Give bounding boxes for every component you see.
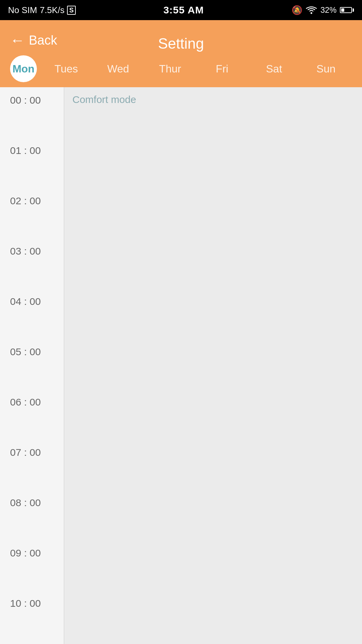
- time-slot-0400: 04 : 00: [0, 292, 64, 342]
- speed-label: 7.5K/s: [40, 5, 65, 15]
- back-label: Back: [29, 33, 57, 48]
- time-slot-0800: 08 : 00: [0, 493, 64, 543]
- day-tab-thur-label: Thur: [159, 63, 181, 75]
- day-tab-tues-label: Tues: [55, 63, 78, 75]
- battery-icon: [340, 7, 354, 13]
- day-tab-sun[interactable]: Sun: [300, 55, 352, 82]
- status-left: No SIM 7.5K/s S: [8, 5, 76, 15]
- status-right: 🔕 32%: [292, 5, 354, 15]
- time-slot-0200: 02 : 00: [0, 191, 64, 241]
- day-tab-wed-label: Wed: [107, 63, 129, 75]
- back-button[interactable]: ← Back: [10, 33, 57, 48]
- schedule-column[interactable]: Comfort mode: [64, 87, 362, 644]
- alarm-off-icon: 🔕: [292, 5, 302, 15]
- status-bar: No SIM 7.5K/s S 3:55 AM 🔕 32%: [0, 0, 362, 20]
- time-slot-1000: 10 : 00: [0, 594, 64, 644]
- time-slot-0000: 00 : 00: [0, 91, 64, 141]
- time-slot-0300: 03 : 00: [0, 241, 64, 292]
- time-slot-0100: 01 : 00: [0, 141, 64, 191]
- day-tab-mon[interactable]: Mon: [10, 55, 37, 82]
- header-top: ← Back Setting: [10, 27, 352, 54]
- svg-point-0: [310, 12, 312, 14]
- sim-icon: S: [67, 6, 75, 15]
- time-column: 00 : 00 01 : 00 02 : 00 03 : 00 04 : 00 …: [0, 87, 64, 644]
- day-tabs: Mon Tues Wed Thur Fri Sat Sun: [10, 54, 352, 87]
- time-slot-0700: 07 : 00: [0, 443, 64, 493]
- time-slot-0500: 05 : 00: [0, 342, 64, 392]
- comfort-mode-label: Comfort mode: [72, 94, 136, 105]
- day-tab-fri[interactable]: Fri: [196, 55, 248, 82]
- day-tab-sat-label: Sat: [266, 63, 282, 75]
- time-display: 3:55 AM: [163, 4, 204, 16]
- carrier-label: No SIM: [8, 5, 37, 15]
- time-slot-0900: 09 : 00: [0, 543, 64, 594]
- battery-percent: 32%: [320, 5, 337, 15]
- day-tab-mon-label: Mon: [12, 63, 35, 75]
- day-tab-sat[interactable]: Sat: [248, 55, 300, 82]
- day-tab-thur[interactable]: Thur: [144, 55, 196, 82]
- main-content: 00 : 00 01 : 00 02 : 00 03 : 00 04 : 00 …: [0, 87, 362, 644]
- wifi-icon: [306, 5, 317, 15]
- header: ← Back Setting Mon Tues Wed Thur Fri Sat…: [0, 20, 362, 87]
- back-arrow-icon: ←: [10, 33, 25, 48]
- page-title: Setting: [158, 35, 204, 52]
- time-slot-0600: 06 : 00: [0, 392, 64, 443]
- day-tab-fri-label: Fri: [216, 63, 228, 75]
- day-tab-tues[interactable]: Tues: [40, 55, 92, 82]
- day-tab-sun-label: Sun: [316, 63, 336, 75]
- day-tab-wed[interactable]: Wed: [92, 55, 144, 82]
